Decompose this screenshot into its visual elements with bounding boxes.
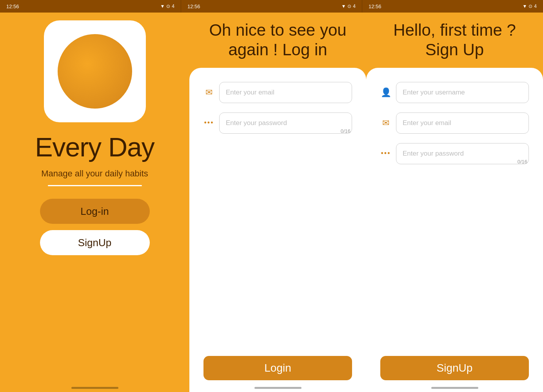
password-icon: ••• [203, 119, 214, 127]
login-panel: Oh nice to see you again ! Log in ✉ ••• … [189, 13, 366, 392]
status-icons-3: ▼ ⊙ 4 [522, 4, 537, 9]
divider [48, 185, 142, 186]
signup-password-section: ••• 0/16 [380, 143, 529, 165]
signup-panel: Hello, first time ? Sign Up 👤 ✉ ••• [366, 13, 543, 392]
password-section: ••• 0/16 [203, 113, 352, 134]
login-submit-button[interactable]: Login [203, 356, 352, 380]
signup-username-input[interactable] [396, 82, 529, 103]
login-title: Oh nice to see you again ! Log in [189, 20, 366, 60]
home-indicator-3 [431, 387, 478, 389]
status-bar: 12:56 ▼ ⊙ 4 12:56 ▼ ⊙ 4 12:56 ▼ ⊙ 4 [0, 0, 543, 13]
signup-email-row: ✉ [380, 113, 529, 134]
signup-title-text: Hello, first time ? Sign Up [393, 21, 516, 59]
status-icons-2: ▼ ⊙ 4 [341, 4, 356, 9]
signup-email-icon: ✉ [380, 118, 391, 128]
signal-icon-2: ▼ [341, 4, 346, 9]
status-section-1: 12:56 ▼ ⊙ 4 [0, 0, 181, 13]
landing-panel: Every Day Manage all your daily habits L… [0, 13, 189, 392]
login-title-text: Oh nice to see you again ! Log in [209, 21, 346, 59]
spacer [203, 143, 352, 343]
login-email-input[interactable] [219, 82, 352, 103]
spacer2 [380, 174, 529, 343]
login-button[interactable]: Log-in [40, 199, 150, 224]
signal-icon-3: ▼ [522, 4, 527, 9]
app-icon-circle [58, 34, 132, 109]
status-time-2: 12:56 [187, 4, 200, 9]
app-subtitle: Manage all your daily habits [41, 169, 148, 179]
email-row: ✉ [203, 82, 352, 103]
app-title: Every Day [35, 132, 154, 162]
main-panels: Every Day Manage all your daily habits L… [0, 13, 543, 392]
user-icon: 👤 [380, 87, 391, 98]
login-password-input[interactable] [219, 113, 352, 134]
app-icon [44, 20, 146, 122]
signup-title: Hello, first time ? Sign Up [366, 20, 543, 60]
signup-password-icon: ••• [380, 149, 391, 158]
signup-submit-button[interactable]: SignUp [380, 356, 529, 380]
signup-password-row: ••• [380, 143, 529, 164]
signup-password-input[interactable] [396, 143, 529, 164]
login-form-card: ✉ ••• 0/16 Login [189, 68, 366, 392]
signup-button[interactable]: SignUp [40, 230, 150, 255]
status-time-1: 12:56 [6, 4, 19, 9]
home-indicator-2 [254, 387, 301, 389]
signal-icon: ▼ [160, 4, 165, 9]
home-indicator-1 [71, 387, 118, 389]
status-icons-1: ▼ ⊙ 4 [160, 4, 174, 9]
status-section-2: 12:56 ▼ ⊙ 4 [181, 0, 362, 13]
signup-email-input[interactable] [396, 113, 529, 134]
network-icon: 4 [172, 4, 174, 9]
status-time-3: 12:56 [369, 4, 381, 9]
email-icon: ✉ [203, 87, 214, 98]
username-row: 👤 [380, 82, 529, 103]
status-section-3: 12:56 ▼ ⊙ 4 [362, 0, 543, 13]
network-icon-3: 4 [534, 4, 537, 9]
signup-form-card: 👤 ✉ ••• 0/16 SignUp [366, 68, 543, 392]
network-icon-2: 4 [353, 4, 356, 9]
password-row: ••• [203, 113, 352, 134]
clock-icon-2: ⊙ [347, 4, 351, 9]
clock-icon-3: ⊙ [528, 4, 532, 9]
clock-icon: ⊙ [166, 4, 170, 9]
